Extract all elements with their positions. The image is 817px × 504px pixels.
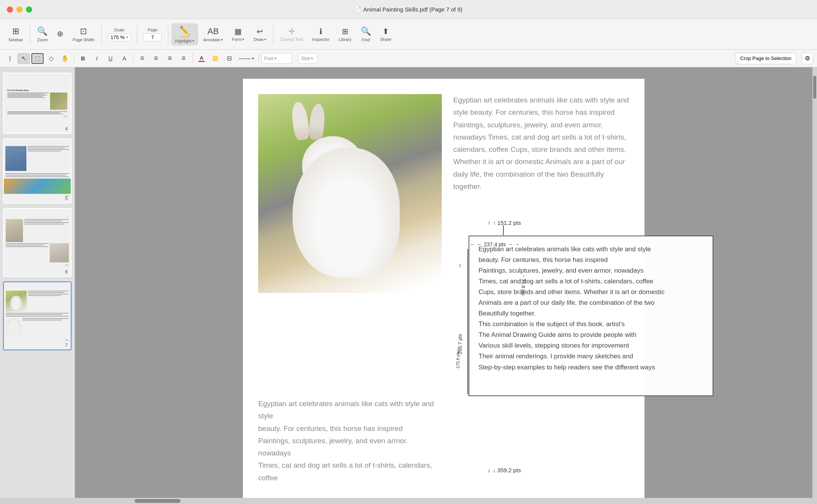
- tool-arrow[interactable]: ↖: [18, 53, 30, 64]
- thumb-image-4: [50, 93, 67, 110]
- selection-box[interactable]: Egyptian art celebrates animals like cat…: [469, 236, 713, 396]
- highlight-toolbar-item[interactable]: ✏️ Highlight ▾: [171, 23, 198, 46]
- page-input[interactable]: 7: [143, 33, 162, 41]
- thumb-content-7: nitro: [6, 291, 69, 341]
- dim-right-arrow: →: [514, 241, 519, 247]
- tool-hand[interactable]: ✋: [59, 53, 71, 64]
- settings-button[interactable]: ⚙: [802, 53, 813, 64]
- thumb-rabbit-body: [10, 296, 22, 310]
- thumb-title-4: Cute Pet Painting Steps: [7, 89, 67, 91]
- toolbar-separator2: [101, 25, 102, 44]
- find-toolbar-item[interactable]: 🔍 Find: [357, 24, 375, 44]
- zoom-in-toolbar-item[interactable]: ⊕: [53, 27, 67, 42]
- page-group: Page 7: [140, 26, 165, 43]
- page-width-icon: ⊡: [80, 26, 87, 36]
- main-content: Cute Pet Painting Steps: [0, 67, 817, 498]
- form-toolbar-item[interactable]: ▦ Form ▾: [228, 24, 249, 44]
- thumb-line-5b: [28, 148, 65, 148]
- dim-right-value: 21.8 pts: [521, 279, 526, 296]
- format-separator: [74, 54, 74, 63]
- library-toolbar-item[interactable]: ⊞ Library: [335, 24, 355, 44]
- t7l5: [6, 313, 69, 314]
- zoom-out-icon: 🔍: [37, 26, 47, 36]
- vertical-scrollbar[interactable]: [812, 67, 817, 498]
- h-scrollbar-thumb[interactable]: [135, 499, 181, 503]
- sidebar-toolbar-item[interactable]: ⊞ Sidebar: [5, 24, 27, 44]
- thumb-img-6a: [6, 219, 23, 242]
- dim-horiz-value: ← 237.4 pts →: [477, 241, 513, 247]
- thumb-lines-4b: [7, 111, 67, 114]
- window-title: 📄 Animal Painting Skills.pdf (Page 7 of …: [355, 6, 462, 13]
- align-left-button[interactable]: ≡: [136, 53, 148, 64]
- gear-icon: ⚙: [805, 55, 810, 62]
- font-select-chevron: ▾: [275, 56, 277, 60]
- align-right-button[interactable]: ≡: [164, 53, 176, 64]
- bottom-text: Egyptian art celebrates animals like cat…: [258, 398, 442, 484]
- font-select[interactable]: Font ▾: [262, 53, 292, 64]
- size-select[interactable]: Size ▾: [298, 53, 317, 64]
- italic-button[interactable]: I: [91, 53, 103, 64]
- small-dim-val: -175.6 pts: [456, 351, 460, 370]
- annotate-toolbar-item[interactable]: AB Annotate ▾: [200, 24, 227, 44]
- border-style-button[interactable]: ⊟: [223, 53, 235, 64]
- draw-toolbar-item[interactable]: ↩ Draw ▾: [250, 24, 270, 44]
- maximize-button[interactable]: [26, 7, 32, 13]
- crop-page-button[interactable]: Crop Page to Selection: [735, 53, 796, 64]
- text-color-button[interactable]: A: [195, 53, 208, 64]
- t6l5: [6, 243, 49, 244]
- correct-text-toolbar-item[interactable]: ✛ Correct Text: [277, 24, 307, 44]
- page-thumb-4[interactable]: Cute Pet Painting Steps: [3, 73, 72, 134]
- nitro-logo-7: nitro: [6, 339, 69, 341]
- selection-text: Egyptian art celebrates animals like cat…: [469, 236, 713, 380]
- inspector-icon: ℹ: [319, 27, 322, 36]
- thumb-line-5c: [28, 149, 69, 150]
- thumb-lines-4: [7, 93, 49, 98]
- annotate-icon: AB: [207, 26, 218, 36]
- minimize-button[interactable]: [16, 7, 23, 13]
- library-icon: ⊞: [342, 27, 348, 36]
- close-button[interactable]: [7, 7, 13, 13]
- scrollbar-thumb[interactable]: [813, 76, 816, 99]
- bottom-paragraph: Egyptian art celebrates animals like cat…: [258, 398, 442, 484]
- highlight-color-button[interactable]: [209, 53, 221, 64]
- tool-select-rect[interactable]: ⬚: [31, 53, 44, 64]
- share-toolbar-item[interactable]: ⬆ Share: [376, 24, 395, 44]
- highlight-icon-group: ✏️: [179, 26, 190, 37]
- strikethrough-button[interactable]: A: [118, 53, 130, 64]
- thumb-content-5: nitro: [4, 145, 71, 198]
- thumb-content-4: Cute Pet Painting Steps: [6, 88, 69, 119]
- dim-bottom-indicator: ↓ ↓ 359.2 pts: [488, 467, 521, 473]
- page-thumb-6[interactable]: nitro 6: [3, 208, 72, 277]
- format-separator4: [259, 54, 259, 63]
- thumb-img-5a: [5, 146, 26, 171]
- dim-left-indicator: ↕ 266.7 pts: [457, 262, 463, 354]
- page-thumb-7[interactable]: nitro 7: [3, 281, 72, 350]
- line-style-dropdown[interactable]: ——▾: [237, 53, 256, 64]
- horizontal-scrollbar[interactable]: [0, 498, 817, 504]
- dim-bottom-arrow: ↓: [488, 467, 491, 473]
- t7l9: [22, 320, 62, 320]
- align-center-button[interactable]: ≡: [150, 53, 162, 64]
- top-paragraph: Egyptian art celebrates animals like cat…: [453, 94, 629, 193]
- t7l4: [28, 295, 61, 296]
- scale-input[interactable]: 175 % ▾: [108, 33, 131, 41]
- zoom-toolbar-item[interactable]: 🔍 Zoom: [33, 24, 52, 44]
- thumb-line-5d: [28, 151, 61, 151]
- dim-small-left: ↕ -175.6 pts: [456, 346, 460, 370]
- pdf-view-area[interactable]: Egyptian art celebrates animals like cat…: [75, 67, 817, 498]
- tool-select-arrow[interactable]: |: [4, 53, 16, 64]
- draw-chevron: ▾: [264, 37, 266, 41]
- page-width-toolbar-item[interactable]: ⊡ Page Width: [69, 24, 98, 44]
- pdf-canvas[interactable]: Egyptian art celebrates animals like cat…: [75, 67, 812, 498]
- inspector-toolbar-item[interactable]: ℹ Inspector: [308, 24, 333, 44]
- align-justify-button[interactable]: ≡: [177, 53, 190, 64]
- rabbit-figure: [281, 136, 388, 278]
- underline-button[interactable]: U: [104, 53, 117, 64]
- dim-right-arrow: →: [521, 274, 526, 279]
- page-thumb-5[interactable]: nitro 5: [3, 138, 72, 203]
- format-toolbar: | ↖ ⬚ ◇ ✋ B I U A ≡ ≡ ≡ ≡ A ⊟ ——▾ Font ▾…: [0, 50, 817, 67]
- find-icon: 🔍: [361, 26, 371, 36]
- bold-button[interactable]: B: [77, 53, 89, 64]
- correct-text-icon: ✛: [288, 27, 295, 36]
- tool-eraser[interactable]: ◇: [45, 53, 57, 64]
